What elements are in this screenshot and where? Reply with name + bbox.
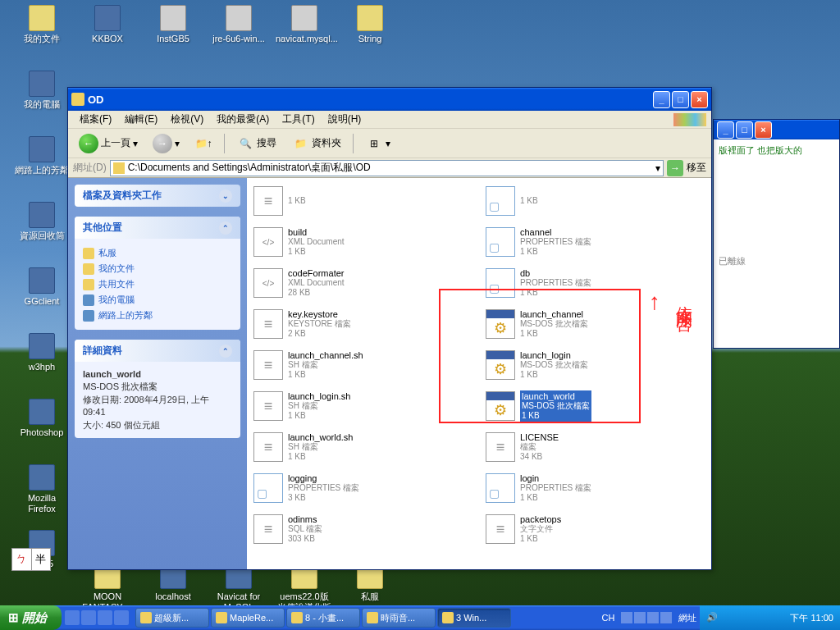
desktop-icon[interactable]: Mozilla Firefox [13, 464, 71, 514]
ime-indicator[interactable]: ㄅ 半 [11, 548, 51, 571]
bg-max-button[interactable]: □ [736, 121, 753, 139]
back-button[interactable]: ←上一頁 ▾ [73, 130, 144, 157]
address-label: 網址(D) [73, 161, 107, 175]
up-button[interactable]: 📁↑ [189, 131, 218, 156]
net-label[interactable]: 網址 [675, 610, 700, 626]
app-icon [29, 464, 55, 491]
taskbar-button[interactable]: 時雨音... [362, 608, 436, 628]
desktop-icon[interactable]: 網路上的芳鄰 [13, 136, 71, 176]
tray-icon[interactable] [762, 612, 774, 623]
bg-close-button[interactable]: × [755, 121, 772, 139]
taskbar-button[interactable]: MapleRe... [211, 608, 285, 628]
detail-name: launch_world [83, 368, 232, 381]
desktop-icon[interactable]: 資源回收筒 [13, 202, 71, 241]
file-item[interactable]: launch_worldMS-DOS 批次檔案1 KB [482, 386, 708, 426]
file-type: 檔案 [520, 442, 559, 452]
desktop-icon[interactable]: KKBOX [79, 5, 136, 44]
close-button[interactable]: × [691, 91, 708, 108]
menu-item[interactable]: 編輯(E) [118, 111, 164, 128]
taskbar-button[interactable]: 超級新... [135, 608, 209, 628]
icon-label: KKBOX [79, 34, 136, 44]
menu-item[interactable]: 說明(H) [322, 111, 368, 128]
file-item[interactable]: key.keystoreKEYSTORE 檔案2 KB [250, 304, 476, 344]
desktop-icon[interactable]: String [341, 5, 399, 44]
search-button[interactable]: 🔍搜尋 [231, 131, 282, 156]
file-item[interactable]: 1 KB [250, 181, 476, 221]
folders-button[interactable]: 📁資料夾 [285, 131, 347, 156]
lang-indicator[interactable]: CH [599, 611, 619, 624]
file-item[interactable]: packetops文字文件1 KB [482, 509, 708, 549]
sidebar-link[interactable]: 共用文件 [83, 276, 232, 292]
file-icon [486, 514, 515, 544]
menu-item[interactable]: 工具(T) [276, 111, 321, 128]
start-button[interactable]: 開始 [0, 605, 62, 630]
details-panel: 詳細資料⌃ launch_world MS-DOS 批次檔案 修改日期: 200… [75, 340, 240, 438]
file-item[interactable]: 1 KB [482, 181, 708, 221]
quick-launch [62, 610, 132, 625]
file-size: 3 KB [288, 493, 359, 503]
sidebar-link[interactable]: 網路上的芳鄰 [83, 308, 232, 323]
icon-label: String [341, 34, 399, 44]
desktop-icon[interactable]: Photoshop [13, 399, 71, 438]
menu-item[interactable]: 檢視(V) [164, 111, 210, 128]
file-item[interactable]: buildXML Document1 KB [250, 222, 476, 262]
details-header[interactable]: 詳細資料⌃ [75, 340, 240, 362]
ql-desktop-icon[interactable] [81, 610, 96, 625]
minimize-button[interactable]: _ [653, 91, 670, 108]
ql-app-icon[interactable] [98, 610, 112, 625]
ime-icon[interactable] [634, 612, 646, 623]
desktop-icon[interactable]: w3hph [13, 333, 71, 372]
places-header[interactable]: 其他位置⌃ [75, 217, 240, 239]
maximize-button[interactable]: □ [672, 91, 689, 108]
ime-icon[interactable] [660, 612, 672, 623]
icon-label: InstGB5 [144, 34, 202, 44]
file-item[interactable]: launch_login.shSH 檔案1 KB [250, 386, 476, 426]
clock[interactable]: 下午 11:00 [790, 612, 833, 624]
views-button[interactable]: ⊞▾ [359, 131, 396, 156]
go-button[interactable]: → [667, 160, 683, 176]
tasks-header[interactable]: 檔案及資料夾工作⌄ [75, 185, 240, 207]
taskbar-button[interactable]: 8 - 小畫... [286, 608, 360, 628]
desktop-icon[interactable]: navicat.mysql... [276, 5, 333, 44]
icon-label: 網路上的芳鄰 [13, 165, 71, 176]
sidebar-link[interactable]: 我的文件 [83, 261, 232, 276]
file-item[interactable]: loginPROPERTIES 檔案1 KB [482, 468, 708, 508]
titlebar[interactable]: OD _ □ × [68, 88, 711, 111]
desktop-icon[interactable]: jre-6u6-win... [210, 5, 267, 44]
file-type: MS-DOS 批次檔案 [520, 319, 588, 329]
file-item[interactable]: LICENSE檔案34 KB [482, 427, 708, 467]
file-item[interactable]: launch_channel.shSH 檔案1 KB [250, 345, 476, 385]
file-pane[interactable]: 1 KB1 KBbuildXML Document1 KBchannelPROP… [247, 178, 711, 569]
tray-icon[interactable] [720, 612, 732, 623]
ql-ie-icon[interactable] [65, 610, 80, 625]
desktop-icon[interactable]: GGclient [13, 267, 71, 307]
file-item[interactable]: launch_world.shSH 檔案1 KB [250, 427, 476, 467]
taskbar-button[interactable]: 3 Win... [437, 608, 511, 628]
file-item[interactable]: launch_channelMS-DOS 批次檔案1 KB [482, 304, 708, 344]
ime-icon[interactable] [647, 612, 659, 623]
desktop-icon[interactable]: 我的電腦 [13, 71, 71, 110]
ime-icon[interactable] [621, 612, 632, 623]
tray-icon[interactable]: 🔊 [706, 612, 718, 623]
file-item[interactable]: loggingPROPERTIES 檔案3 KB [250, 468, 476, 508]
tray-icon[interactable] [748, 612, 760, 623]
tray-icon[interactable] [734, 612, 746, 623]
tray-icon[interactable] [776, 612, 788, 623]
file-type: PROPERTIES 檔案 [288, 483, 359, 493]
desktop-icon[interactable]: InstGB5 [144, 5, 202, 44]
ql-app-icon[interactable] [114, 610, 129, 625]
file-item[interactable]: odinmsSQL 檔案303 KB [250, 509, 476, 549]
bg-min-button[interactable]: _ [717, 121, 734, 139]
file-item[interactable]: codeFormaterXML Document28 KB [250, 263, 476, 303]
file-item[interactable]: launch_loginMS-DOS 批次檔案1 KB [482, 345, 708, 385]
sidebar-link[interactable]: 私服 [83, 245, 232, 261]
menu-item[interactable]: 我的最愛(A) [210, 111, 276, 128]
address-input[interactable]: C:\Documents and Settings\Administrator\… [110, 160, 664, 176]
desktop-icon[interactable]: 我的文件 [13, 5, 71, 44]
app-icon [29, 202, 55, 228]
menu-item[interactable]: 檔案(F) [73, 111, 118, 128]
sidebar-link[interactable]: 我的電腦 [83, 292, 232, 308]
icon-label: navicat.mysql... [276, 34, 333, 44]
forward-button[interactable]: → ▾ [147, 130, 185, 157]
file-item[interactable]: channelPROPERTIES 檔案1 KB [482, 222, 708, 262]
